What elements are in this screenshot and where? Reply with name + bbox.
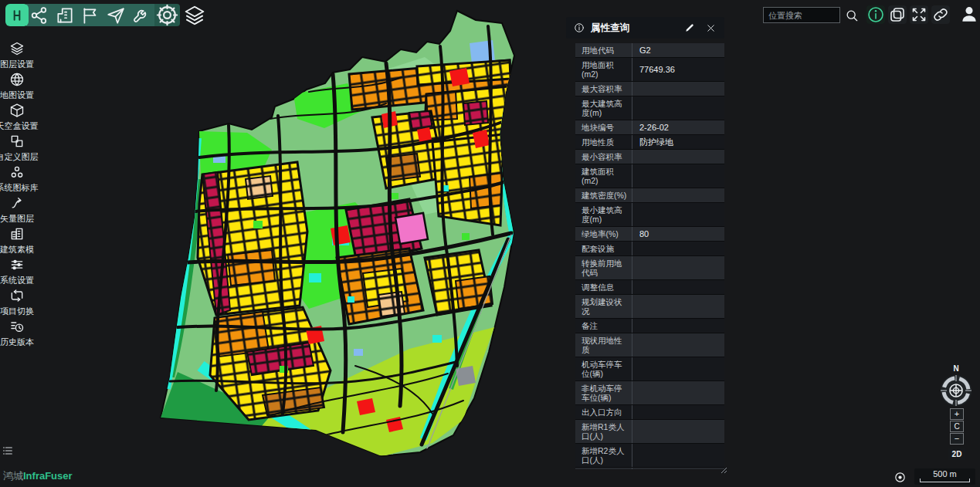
- attribute-label: 调整信息: [575, 280, 632, 294]
- attribute-label: 地块编号: [575, 120, 632, 134]
- attribute-row: 最大建筑高度(m): [575, 96, 724, 120]
- landuse-map-canvas[interactable]: [154, 3, 517, 466]
- sidebar-item-project-switch[interactable]: 项目切换: [0, 287, 34, 318]
- reset-view-button[interactable]: C: [950, 421, 964, 432]
- attribute-label: 备注: [575, 319, 632, 333]
- attribute-label: 建筑密度(%): [575, 188, 632, 202]
- attribute-row: 建筑面积(m2): [575, 164, 724, 188]
- attribute-value: 77649.36: [632, 58, 724, 81]
- fullscreen-button[interactable]: [910, 5, 928, 24]
- info-button[interactable]: [866, 5, 885, 24]
- attribute-value: [632, 150, 724, 164]
- measure-icon: [55, 5, 75, 25]
- sidebar-item-building-model[interactable]: 建筑素模: [0, 225, 34, 256]
- sidebar-item-label: 系统图标库: [0, 182, 39, 194]
- edit-button[interactable]: [684, 22, 695, 33]
- link-icon: [931, 5, 950, 24]
- link-button[interactable]: [931, 5, 950, 24]
- attribute-row: 用地面积(m2)77649.36: [575, 58, 724, 82]
- attribute-value: [632, 333, 724, 357]
- sidebar-item-vector-layer[interactable]: 矢量图层: [0, 194, 34, 225]
- attribute-label: 出入口方向: [575, 405, 632, 419]
- brand-prefix: 鸿城: [3, 470, 23, 482]
- compass-north-label: N: [939, 364, 973, 373]
- tools-button[interactable]: [131, 5, 151, 25]
- settings-button[interactable]: [154, 4, 180, 26]
- attribute-value: [632, 203, 724, 226]
- legend-toggle-button[interactable]: [2, 445, 14, 457]
- attribute-label: 非机动车停车位(辆): [575, 381, 632, 404]
- send-button[interactable]: [106, 5, 126, 25]
- attribute-value: [632, 420, 724, 443]
- gear-icon: [154, 2, 180, 28]
- attribute-row: 非机动车停车位(辆): [575, 381, 724, 405]
- custom-layer-icon: [9, 134, 25, 149]
- compass-control[interactable]: N: [939, 364, 973, 409]
- attribute-label: 用地代码: [575, 43, 632, 57]
- sidebar-item-map[interactable]: 地图设置: [0, 71, 34, 102]
- attribute-value: [632, 381, 724, 404]
- sidebar-item-layers[interactable]: 图层设置: [0, 40, 34, 71]
- attribute-row: 出入口方向: [575, 405, 724, 420]
- left-sidebar: 图层设置地图设置天空盒设置自定义图层系统图标库矢量图层建筑素模系统设置项目切换历…: [0, 40, 34, 349]
- logo-h-icon: [9, 8, 25, 23]
- basemap-button[interactable]: [888, 5, 907, 24]
- attribute-row: 配套设施: [575, 242, 724, 256]
- measure-button[interactable]: [55, 5, 75, 25]
- sidebar-item-history[interactable]: 历史版本: [0, 318, 34, 349]
- share-icon: [29, 5, 49, 25]
- map-icon: [9, 72, 25, 87]
- flag-button[interactable]: [80, 5, 100, 25]
- search-button[interactable]: [844, 8, 860, 23]
- attribute-value: [632, 82, 724, 96]
- scale-bracket: [920, 479, 970, 482]
- attribute-row: 最小建筑高度(m): [575, 203, 724, 227]
- scale-label: 500 m: [914, 469, 975, 479]
- search-icon: [844, 8, 860, 23]
- attribute-value: [632, 357, 724, 380]
- sidebar-item-custom-layer[interactable]: 自定义图层: [0, 133, 34, 164]
- attribute-row: 最大容积率: [575, 82, 724, 96]
- attribute-table[interactable]: 用地代码G2用地面积(m2)77649.36最大容积率最大建筑高度(m)地块编号…: [575, 43, 724, 469]
- locate-button[interactable]: [894, 471, 907, 484]
- attribute-label: 建筑面积(m2): [575, 164, 632, 188]
- edit-pencil-icon: [684, 22, 695, 33]
- basemap-icon: [888, 5, 907, 24]
- attribute-value: 2-26-02: [632, 120, 724, 134]
- app-logo-button[interactable]: [5, 4, 29, 26]
- attribute-value: [632, 96, 724, 120]
- share-button[interactable]: [29, 5, 49, 25]
- attribute-row: 新增R1类人口(人): [575, 420, 724, 444]
- history-icon: [9, 319, 25, 334]
- attribute-row: 最小容积率: [575, 150, 724, 164]
- attribute-row: 现状用地性质: [575, 333, 724, 357]
- panel-resize-handle[interactable]: [718, 463, 727, 472]
- attribute-label: 最大容积率: [575, 82, 632, 96]
- system-settings-icon: [9, 257, 25, 272]
- flag-icon: [80, 5, 100, 25]
- attribute-value: 防护绿地: [632, 135, 724, 149]
- info-circle-icon: [574, 22, 585, 33]
- sidebar-item-icon-library[interactable]: 系统图标库: [0, 164, 34, 194]
- sidebar-item-label: 天空盒设置: [0, 120, 39, 132]
- close-icon: [705, 22, 717, 34]
- scale-bar: 500 m: [914, 468, 975, 485]
- attribute-row: 调整信息: [575, 280, 724, 295]
- search-input[interactable]: [763, 7, 840, 23]
- vector-layer-icon: [9, 195, 25, 211]
- info-icon: [866, 5, 885, 24]
- send-icon: [106, 5, 126, 25]
- panel-title: 属性查询: [591, 22, 684, 35]
- attribute-row: 地块编号2-26-02: [575, 120, 724, 135]
- zoom-out-button[interactable]: −: [950, 433, 964, 445]
- attribute-value: [632, 319, 724, 333]
- zoom-in-button[interactable]: +: [950, 408, 964, 420]
- close-button[interactable]: [705, 22, 717, 34]
- sidebar-item-system-settings[interactable]: 系统设置: [0, 256, 34, 287]
- sidebar-item-skybox[interactable]: 天空盒设置: [0, 102, 34, 133]
- layers-button[interactable]: [183, 4, 206, 26]
- attribute-label: 新增R1类人口(人): [575, 420, 632, 443]
- mode-2d-button[interactable]: 2D: [948, 448, 965, 460]
- project-switch-icon: [9, 288, 25, 303]
- user-avatar-button[interactable]: [959, 4, 979, 24]
